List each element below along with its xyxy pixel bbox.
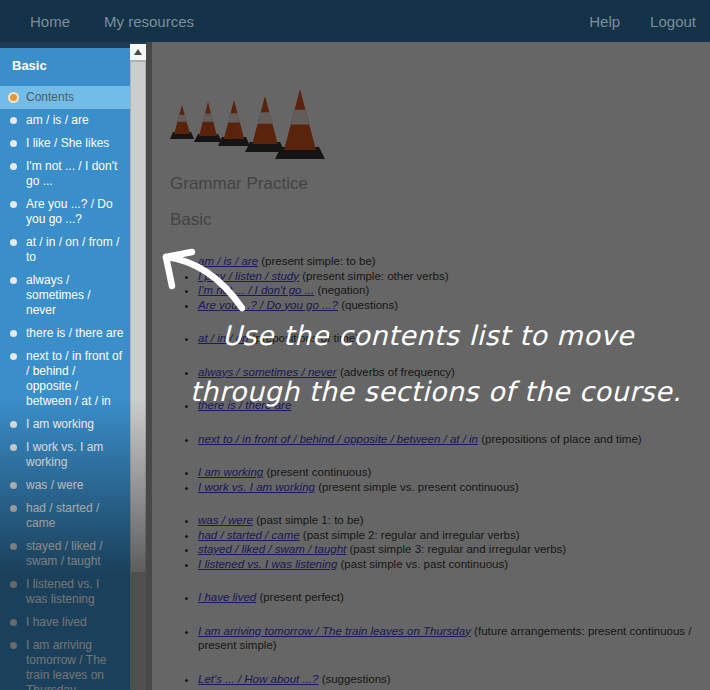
list-item: am / is / are (present simple: to be) — [198, 254, 700, 269]
sidebar-item-label: always / sometimes / never — [26, 273, 91, 317]
radio-icon — [10, 353, 17, 360]
list-item: I listened vs. I was listening (past sim… — [198, 557, 700, 572]
content-link[interactable]: I'm not ... / I don't go ... — [198, 284, 314, 296]
link-group: Let's ... / How about ...? (suggestions) — [168, 672, 700, 687]
sidebar-item[interactable]: I listened vs. I was listening — [0, 573, 130, 611]
sidebar-item-label: Contents — [26, 90, 74, 104]
list-item: I am working (present continuous) — [198, 465, 700, 480]
navbar-left: HomeMy resources — [0, 13, 194, 30]
sidebar-item-selected[interactable]: Contents — [0, 86, 130, 109]
radio-icon — [10, 163, 17, 170]
content-link[interactable]: I am arriving tomorrow / The train leave… — [198, 625, 471, 637]
radio-icon — [10, 117, 17, 124]
content-link[interactable]: was / were — [198, 514, 253, 526]
link-group: always / sometimes / never (adverbs of f… — [168, 365, 700, 380]
sidebar-item-label: was / were — [26, 478, 83, 492]
sidebar-item[interactable]: stayed / liked / swam / taught — [0, 535, 130, 573]
content-link[interactable]: I have lived — [198, 591, 256, 603]
link-description: (past simple 1: to be) — [253, 514, 364, 526]
selected-radio-icon — [10, 94, 17, 101]
content-link[interactable]: I play / listen / study — [198, 270, 299, 282]
sidebar-item[interactable]: I am working — [0, 413, 130, 436]
sidebar-scrollbar[interactable] — [130, 44, 146, 690]
sidebar-item-label: I like / She likes — [26, 136, 109, 150]
link-group: I have lived (present perfect) — [168, 590, 700, 605]
traffic-cones-image — [168, 82, 328, 162]
sidebar-item-label: I listened vs. I was listening — [26, 577, 99, 606]
content-link[interactable]: Are you ...? / Do you go ...? — [198, 299, 338, 311]
link-description: (present perfect) — [256, 591, 344, 603]
sidebar-item[interactable]: Are you ...? / Do you go ...? — [0, 193, 130, 231]
link-description: (prepositions of place and time) — [478, 433, 642, 445]
content-link[interactable]: at / in / on — [198, 332, 249, 344]
nav-home[interactable]: Home — [30, 13, 70, 30]
radio-icon — [10, 421, 17, 428]
sidebar-item[interactable]: always / sometimes / never — [0, 269, 130, 322]
content-link[interactable]: there is / there are — [198, 399, 291, 411]
sidebar-item[interactable]: I work vs. I am working — [0, 436, 130, 474]
content-link[interactable]: stayed / liked / swam / taught — [198, 543, 346, 555]
link-description: (present simple: other verbs) — [299, 270, 449, 282]
sidebar-item-label: I am arriving tomorrow / The train leave… — [26, 638, 106, 690]
sidebar-item[interactable]: am / is / are — [0, 109, 130, 132]
radio-icon — [10, 201, 17, 208]
sidebar-item[interactable]: next to / in front of / behind / opposit… — [0, 345, 130, 413]
content-link[interactable]: I listened vs. I was listening — [198, 558, 337, 570]
radio-icon — [10, 642, 17, 649]
content-link[interactable]: I am working — [198, 466, 263, 478]
content-link[interactable]: next to / in front of / behind / opposit… — [198, 433, 478, 445]
sidebar-item-label: stayed / liked / swam / taught — [26, 539, 103, 568]
link-group: am / is / are (present simple: to be)I p… — [168, 254, 700, 312]
sidebar-item[interactable]: had / started / came — [0, 497, 130, 535]
sidebar-list: Contentsam / is / areI like / She likesI… — [0, 86, 130, 690]
link-group: I am working (present continuous)I work … — [168, 465, 700, 494]
content-link[interactable]: always / sometimes / never — [198, 366, 337, 378]
content-link[interactable]: had / started / came — [198, 529, 300, 541]
nav-my-resources[interactable]: My resources — [104, 13, 194, 30]
list-item: was / were (past simple 1: to be) — [198, 513, 700, 528]
list-item: I work vs. I am working (present simple … — [198, 480, 700, 495]
sidebar-item-label: next to / in front of / behind / opposit… — [26, 349, 122, 408]
sidebar-item[interactable]: I have lived — [0, 611, 130, 634]
contents-link-list: am / is / are (present simple: to be)I p… — [168, 254, 700, 690]
content-link[interactable]: I work vs. I am working — [198, 481, 315, 493]
link-description: (questions) — [338, 299, 398, 311]
sidebar-item[interactable]: there is / there are — [0, 322, 130, 345]
link-group: next to / in front of / behind / opposit… — [168, 432, 700, 447]
sidebar-item[interactable]: at / in / on / from / to — [0, 231, 130, 269]
radio-icon — [10, 482, 17, 489]
radio-icon — [10, 543, 17, 550]
list-item: I'm not ... / I don't go ... (negation) — [198, 283, 700, 298]
content-link[interactable]: am / is / are — [198, 255, 258, 267]
list-item: at / in / on (prepositions of time) — [198, 331, 700, 346]
sidebar-item[interactable]: I like / She likes — [0, 132, 130, 155]
radio-icon — [10, 505, 17, 512]
link-group: at / in / on (prepositions of time) — [168, 331, 700, 346]
scroll-up-button[interactable] — [130, 44, 146, 60]
content-link[interactable]: Let's ... / How about ...? — [198, 673, 318, 685]
sidebar-item-label: I'm not ... / I don't go ... — [26, 159, 117, 188]
sidebar-item-label: I am working — [26, 417, 94, 431]
contents-sidebar: Basic Contentsam / is / areI like / She … — [0, 48, 130, 690]
top-navbar: HomeMy resources HelpLogout — [0, 0, 710, 42]
main-content: Grammar Practice Basic am / is / are (pr… — [146, 42, 710, 690]
nav-help[interactable]: Help — [589, 13, 620, 30]
radio-icon — [10, 239, 17, 246]
navbar-right: HelpLogout — [589, 13, 710, 30]
nav-logout[interactable]: Logout — [650, 13, 696, 30]
sidebar-item[interactable]: I am arriving tomorrow / The train leave… — [0, 634, 130, 690]
sidebar-item-label: Are you ...? / Do you go ...? — [26, 197, 113, 226]
scrollbar-thumb[interactable] — [131, 62, 145, 572]
link-description: (present simple vs. present continuous) — [315, 481, 519, 493]
link-description: (negation) — [314, 284, 369, 296]
list-item: I have lived (present perfect) — [198, 590, 700, 605]
sidebar-item-label: had / started / came — [26, 501, 99, 530]
link-description: (present continuous) — [263, 466, 371, 478]
radio-icon — [10, 140, 17, 147]
link-description: (prepositions of time) — [249, 332, 360, 344]
radio-icon — [10, 581, 17, 588]
sidebar-item[interactable]: I'm not ... / I don't go ... — [0, 155, 130, 193]
sidebar-item[interactable]: was / were — [0, 474, 130, 497]
course-title: Grammar Practice — [170, 174, 700, 194]
radio-icon — [10, 619, 17, 626]
